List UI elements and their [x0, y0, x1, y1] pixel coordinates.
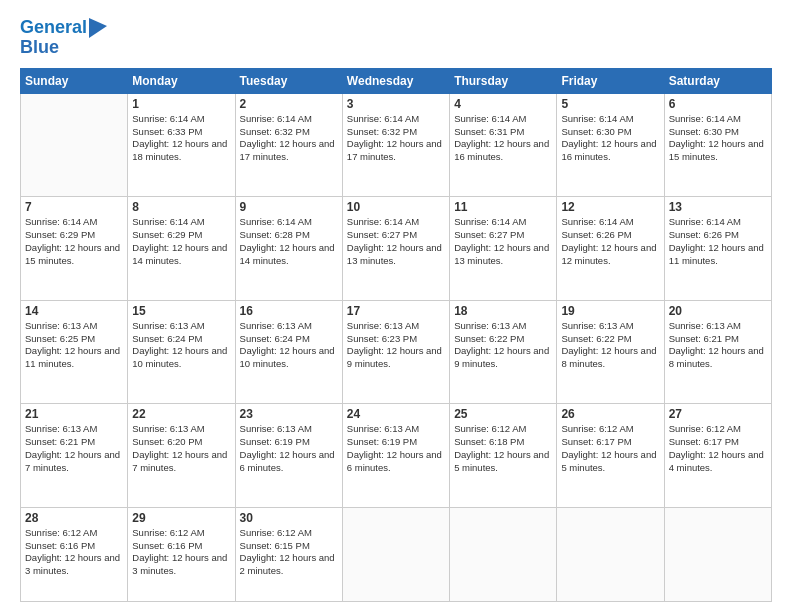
cell-sun-info: Sunrise: 6:13 AMSunset: 6:22 PMDaylight:…	[454, 320, 552, 371]
day-number: 13	[669, 200, 767, 214]
calendar-cell: 10Sunrise: 6:14 AMSunset: 6:27 PMDayligh…	[342, 197, 449, 301]
calendar-cell: 6Sunrise: 6:14 AMSunset: 6:30 PMDaylight…	[664, 93, 771, 197]
cell-sun-info: Sunrise: 6:13 AMSunset: 6:19 PMDaylight:…	[240, 423, 338, 474]
calendar-cell	[664, 507, 771, 601]
day-number: 22	[132, 407, 230, 421]
weekday-header-monday: Monday	[128, 68, 235, 93]
day-number: 21	[25, 407, 123, 421]
weekday-header-sunday: Sunday	[21, 68, 128, 93]
calendar-cell: 7Sunrise: 6:14 AMSunset: 6:29 PMDaylight…	[21, 197, 128, 301]
day-number: 10	[347, 200, 445, 214]
logo-blue: Blue	[20, 38, 107, 58]
day-number: 15	[132, 304, 230, 318]
calendar-cell: 1Sunrise: 6:14 AMSunset: 6:33 PMDaylight…	[128, 93, 235, 197]
calendar-cell: 19Sunrise: 6:13 AMSunset: 6:22 PMDayligh…	[557, 300, 664, 404]
logo: General Blue	[20, 18, 107, 58]
cell-sun-info: Sunrise: 6:14 AMSunset: 6:27 PMDaylight:…	[454, 216, 552, 267]
calendar-cell: 17Sunrise: 6:13 AMSunset: 6:23 PMDayligh…	[342, 300, 449, 404]
cell-sun-info: Sunrise: 6:13 AMSunset: 6:23 PMDaylight:…	[347, 320, 445, 371]
logo-text: General	[20, 18, 87, 38]
cell-sun-info: Sunrise: 6:12 AMSunset: 6:16 PMDaylight:…	[132, 527, 230, 578]
day-number: 9	[240, 200, 338, 214]
calendar-cell: 16Sunrise: 6:13 AMSunset: 6:24 PMDayligh…	[235, 300, 342, 404]
cell-sun-info: Sunrise: 6:12 AMSunset: 6:17 PMDaylight:…	[669, 423, 767, 474]
cell-sun-info: Sunrise: 6:12 AMSunset: 6:18 PMDaylight:…	[454, 423, 552, 474]
day-number: 14	[25, 304, 123, 318]
cell-sun-info: Sunrise: 6:14 AMSunset: 6:32 PMDaylight:…	[240, 113, 338, 164]
calendar-cell: 30Sunrise: 6:12 AMSunset: 6:15 PMDayligh…	[235, 507, 342, 601]
cell-sun-info: Sunrise: 6:14 AMSunset: 6:26 PMDaylight:…	[561, 216, 659, 267]
calendar-cell	[557, 507, 664, 601]
cell-sun-info: Sunrise: 6:14 AMSunset: 6:30 PMDaylight:…	[561, 113, 659, 164]
day-number: 23	[240, 407, 338, 421]
cell-sun-info: Sunrise: 6:13 AMSunset: 6:21 PMDaylight:…	[669, 320, 767, 371]
day-number: 6	[669, 97, 767, 111]
day-number: 11	[454, 200, 552, 214]
cell-sun-info: Sunrise: 6:14 AMSunset: 6:33 PMDaylight:…	[132, 113, 230, 164]
calendar-cell: 22Sunrise: 6:13 AMSunset: 6:20 PMDayligh…	[128, 404, 235, 508]
calendar-cell: 28Sunrise: 6:12 AMSunset: 6:16 PMDayligh…	[21, 507, 128, 601]
cell-sun-info: Sunrise: 6:13 AMSunset: 6:19 PMDaylight:…	[347, 423, 445, 474]
day-number: 7	[25, 200, 123, 214]
calendar-cell: 23Sunrise: 6:13 AMSunset: 6:19 PMDayligh…	[235, 404, 342, 508]
calendar-cell: 27Sunrise: 6:12 AMSunset: 6:17 PMDayligh…	[664, 404, 771, 508]
cell-sun-info: Sunrise: 6:14 AMSunset: 6:27 PMDaylight:…	[347, 216, 445, 267]
cell-sun-info: Sunrise: 6:14 AMSunset: 6:29 PMDaylight:…	[25, 216, 123, 267]
calendar-cell	[342, 507, 449, 601]
calendar-cell: 29Sunrise: 6:12 AMSunset: 6:16 PMDayligh…	[128, 507, 235, 601]
day-number: 12	[561, 200, 659, 214]
calendar-cell: 5Sunrise: 6:14 AMSunset: 6:30 PMDaylight…	[557, 93, 664, 197]
day-number: 20	[669, 304, 767, 318]
weekday-header-friday: Friday	[557, 68, 664, 93]
calendar-cell: 18Sunrise: 6:13 AMSunset: 6:22 PMDayligh…	[450, 300, 557, 404]
day-number: 25	[454, 407, 552, 421]
calendar-row-2: 14Sunrise: 6:13 AMSunset: 6:25 PMDayligh…	[21, 300, 772, 404]
calendar-row-3: 21Sunrise: 6:13 AMSunset: 6:21 PMDayligh…	[21, 404, 772, 508]
cell-sun-info: Sunrise: 6:13 AMSunset: 6:20 PMDaylight:…	[132, 423, 230, 474]
day-number: 27	[669, 407, 767, 421]
cell-sun-info: Sunrise: 6:14 AMSunset: 6:26 PMDaylight:…	[669, 216, 767, 267]
cell-sun-info: Sunrise: 6:14 AMSunset: 6:28 PMDaylight:…	[240, 216, 338, 267]
cell-sun-info: Sunrise: 6:14 AMSunset: 6:29 PMDaylight:…	[132, 216, 230, 267]
weekday-header-row: SundayMondayTuesdayWednesdayThursdayFrid…	[21, 68, 772, 93]
calendar-row-0: 1Sunrise: 6:14 AMSunset: 6:33 PMDaylight…	[21, 93, 772, 197]
cell-sun-info: Sunrise: 6:13 AMSunset: 6:21 PMDaylight:…	[25, 423, 123, 474]
calendar-body: 1Sunrise: 6:14 AMSunset: 6:33 PMDaylight…	[21, 93, 772, 601]
day-number: 28	[25, 511, 123, 525]
calendar-cell: 9Sunrise: 6:14 AMSunset: 6:28 PMDaylight…	[235, 197, 342, 301]
calendar-cell: 8Sunrise: 6:14 AMSunset: 6:29 PMDaylight…	[128, 197, 235, 301]
day-number: 24	[347, 407, 445, 421]
day-number: 26	[561, 407, 659, 421]
day-number: 19	[561, 304, 659, 318]
cell-sun-info: Sunrise: 6:12 AMSunset: 6:16 PMDaylight:…	[25, 527, 123, 578]
calendar-cell: 26Sunrise: 6:12 AMSunset: 6:17 PMDayligh…	[557, 404, 664, 508]
day-number: 29	[132, 511, 230, 525]
cell-sun-info: Sunrise: 6:13 AMSunset: 6:24 PMDaylight:…	[240, 320, 338, 371]
cell-sun-info: Sunrise: 6:13 AMSunset: 6:22 PMDaylight:…	[561, 320, 659, 371]
calendar-cell: 20Sunrise: 6:13 AMSunset: 6:21 PMDayligh…	[664, 300, 771, 404]
header: General Blue	[20, 18, 772, 58]
logo-icon	[89, 18, 107, 38]
cell-sun-info: Sunrise: 6:14 AMSunset: 6:30 PMDaylight:…	[669, 113, 767, 164]
day-number: 1	[132, 97, 230, 111]
calendar-row-1: 7Sunrise: 6:14 AMSunset: 6:29 PMDaylight…	[21, 197, 772, 301]
day-number: 2	[240, 97, 338, 111]
day-number: 16	[240, 304, 338, 318]
day-number: 3	[347, 97, 445, 111]
svg-marker-0	[89, 18, 107, 38]
day-number: 30	[240, 511, 338, 525]
calendar-cell: 12Sunrise: 6:14 AMSunset: 6:26 PMDayligh…	[557, 197, 664, 301]
calendar-cell: 14Sunrise: 6:13 AMSunset: 6:25 PMDayligh…	[21, 300, 128, 404]
calendar-cell: 4Sunrise: 6:14 AMSunset: 6:31 PMDaylight…	[450, 93, 557, 197]
cell-sun-info: Sunrise: 6:12 AMSunset: 6:17 PMDaylight:…	[561, 423, 659, 474]
weekday-header-saturday: Saturday	[664, 68, 771, 93]
calendar-cell: 13Sunrise: 6:14 AMSunset: 6:26 PMDayligh…	[664, 197, 771, 301]
calendar-cell: 21Sunrise: 6:13 AMSunset: 6:21 PMDayligh…	[21, 404, 128, 508]
calendar-table: SundayMondayTuesdayWednesdayThursdayFrid…	[20, 68, 772, 602]
cell-sun-info: Sunrise: 6:13 AMSunset: 6:25 PMDaylight:…	[25, 320, 123, 371]
calendar-cell: 25Sunrise: 6:12 AMSunset: 6:18 PMDayligh…	[450, 404, 557, 508]
weekday-header-wednesday: Wednesday	[342, 68, 449, 93]
cell-sun-info: Sunrise: 6:14 AMSunset: 6:32 PMDaylight:…	[347, 113, 445, 164]
calendar-cell	[450, 507, 557, 601]
day-number: 5	[561, 97, 659, 111]
